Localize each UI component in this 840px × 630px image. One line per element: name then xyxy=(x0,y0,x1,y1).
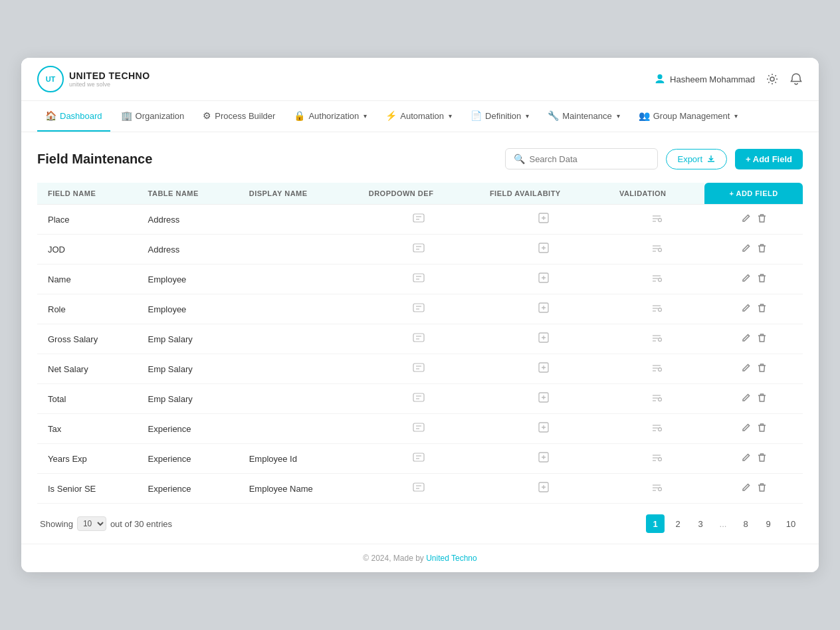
actions-cell xyxy=(704,384,803,414)
field-name-cell: JOD xyxy=(37,235,138,264)
delete-button[interactable] xyxy=(758,243,766,255)
user-avatar-icon xyxy=(654,73,666,85)
gear-icon[interactable] xyxy=(766,72,779,86)
delete-button[interactable] xyxy=(758,393,766,405)
header: UT UNITED TECHNO united we solve Hasheem… xyxy=(21,58,819,101)
edit-button[interactable] xyxy=(741,273,751,285)
field-name-cell: Tax xyxy=(37,414,138,444)
col-actions: + Add Field xyxy=(704,183,803,205)
page-btn-10[interactable]: 10 xyxy=(782,514,800,533)
main-nav: 🏠 Dashboard 🏢 Organization ⚙ Process Bui… xyxy=(21,101,819,132)
field-availability-cell xyxy=(479,474,609,504)
page-title: Field Maintenance xyxy=(37,152,152,167)
field-name-cell: Years Exp xyxy=(37,444,138,474)
section-controls: 🔍 Export + Add Field xyxy=(505,148,803,169)
svg-point-56 xyxy=(658,398,661,401)
display-name-cell xyxy=(239,205,358,235)
table-row: TaxExperience xyxy=(37,414,803,444)
search-input[interactable] xyxy=(529,154,649,164)
nav-item-process-builder[interactable]: ⚙ Process Builder xyxy=(195,101,283,132)
svg-point-48 xyxy=(658,368,661,371)
table-name-cell: Emp Salary xyxy=(138,324,239,354)
nav-label-organization: Organization xyxy=(136,111,185,121)
table-row: Net SalaryEmp Salary xyxy=(37,354,803,384)
edit-button[interactable] xyxy=(741,393,751,405)
svg-point-40 xyxy=(658,338,661,342)
field-name-cell: Role xyxy=(37,294,138,324)
svg-rect-1 xyxy=(413,214,424,222)
actions-cell xyxy=(704,264,803,294)
logo-title: UNITED TECHNO xyxy=(69,70,150,81)
svg-rect-9 xyxy=(413,244,424,252)
edit-button[interactable] xyxy=(741,423,751,435)
add-field-label: + Add Field xyxy=(746,154,792,164)
delete-button[interactable] xyxy=(758,303,766,315)
edit-button[interactable] xyxy=(741,213,751,225)
nav-item-maintenance[interactable]: 🔧 Maintenance ▾ xyxy=(540,101,627,132)
footer-link[interactable]: United Techno xyxy=(426,554,477,563)
dropdown-def-cell xyxy=(358,474,479,504)
search-box[interactable]: 🔍 xyxy=(505,148,658,169)
export-button[interactable]: Export xyxy=(666,149,727,169)
user-info: Hasheem Mohammad xyxy=(654,73,755,85)
export-icon xyxy=(706,154,716,163)
edit-button[interactable] xyxy=(741,482,751,494)
nav-item-organization[interactable]: 🏢 Organization xyxy=(113,101,193,132)
nav-item-definition[interactable]: 📄 Definition ▾ xyxy=(463,101,537,132)
delete-button[interactable] xyxy=(758,273,766,285)
user-name: Hasheem Mohammad xyxy=(670,74,755,84)
table-name-cell: Experience xyxy=(138,474,239,504)
bell-icon[interactable] xyxy=(789,72,803,86)
delete-button[interactable] xyxy=(758,423,766,435)
validation-cell xyxy=(609,294,704,324)
actions-cell xyxy=(704,354,803,384)
table-row: Gross SalaryEmp Salary xyxy=(37,324,803,354)
page-btn-8[interactable]: 8 xyxy=(736,514,755,533)
page-btn-9[interactable]: 9 xyxy=(759,514,778,533)
dropdown-def-cell xyxy=(358,205,479,235)
col-field-availability: FIELD AVAILABITY xyxy=(479,183,609,205)
table-wrapper: FIELD NAME TABLE NAME DISPLAY NAME DROPD… xyxy=(37,183,803,504)
edit-button[interactable] xyxy=(741,363,751,375)
edit-button[interactable] xyxy=(741,243,751,255)
nav-item-dashboard[interactable]: 🏠 Dashboard xyxy=(37,101,110,132)
page-btn-3[interactable]: 3 xyxy=(691,514,710,533)
delete-button[interactable] xyxy=(758,453,766,465)
svg-rect-65 xyxy=(413,453,424,461)
definition-chevron: ▾ xyxy=(526,112,529,120)
table-header-row: FIELD NAME TABLE NAME DISPLAY NAME DROPD… xyxy=(37,183,803,205)
svg-rect-25 xyxy=(413,304,424,312)
delete-button[interactable] xyxy=(758,482,766,494)
validation-cell xyxy=(609,324,704,354)
nav-item-automation[interactable]: ⚡ Automation ▾ xyxy=(377,101,460,132)
delete-button[interactable] xyxy=(758,363,766,375)
nav-item-group-management[interactable]: 👥 Group Management ▾ xyxy=(631,101,746,132)
nav-item-authorization[interactable]: 🔒 Authorization ▾ xyxy=(286,101,375,132)
edit-button[interactable] xyxy=(741,303,751,315)
svg-point-0 xyxy=(770,77,774,81)
section-header: Field Maintenance 🔍 Export + Add Field xyxy=(37,148,803,169)
display-name-cell xyxy=(239,324,358,354)
nav-label-definition: Definition xyxy=(485,111,521,121)
delete-button[interactable] xyxy=(758,213,766,225)
delete-button[interactable] xyxy=(758,333,766,345)
add-field-button[interactable]: + Add Field xyxy=(735,149,803,169)
field-name-cell: Gross Salary xyxy=(37,324,138,354)
logo: UT UNITED TECHNO united we solve xyxy=(37,66,150,92)
display-name-cell xyxy=(239,354,358,384)
per-page-select[interactable]: 10 25 50 xyxy=(77,516,106,531)
table-row: Years ExpExperienceEmployee Id xyxy=(37,444,803,474)
table-row: TotalEmp Salary xyxy=(37,384,803,414)
table-name-cell: Emp Salary xyxy=(138,354,239,384)
edit-button[interactable] xyxy=(741,453,751,465)
display-name-cell xyxy=(239,235,358,264)
nav-label-group-management: Group Management xyxy=(653,111,730,121)
edit-button[interactable] xyxy=(741,333,751,345)
field-availability-cell xyxy=(479,324,609,354)
page-btn-2[interactable]: 2 xyxy=(669,514,687,533)
validation-cell xyxy=(609,235,704,264)
group-management-chevron: ▾ xyxy=(734,112,738,120)
page-btn-1[interactable]: 1 xyxy=(646,514,665,533)
svg-point-16 xyxy=(658,249,661,252)
maintenance-icon: 🔧 xyxy=(548,110,559,121)
